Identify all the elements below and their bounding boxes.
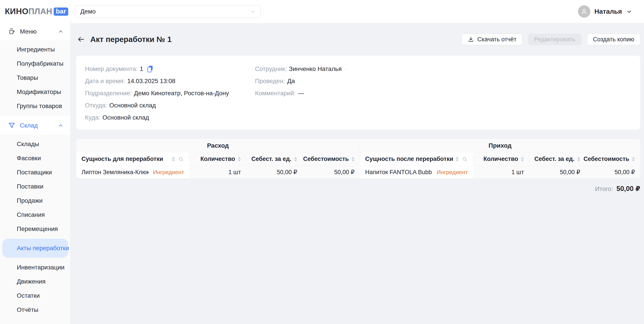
cell-income-unit-cost: 50,00 ₽ xyxy=(529,166,586,178)
posted-value: Да xyxy=(287,75,295,87)
edit-button-label: Редактировать xyxy=(534,36,575,43)
sidebar-section-menu[interactable]: Меню xyxy=(0,23,70,40)
total-value: 50,00 ₽ xyxy=(616,185,640,193)
branch-select[interactable]: Демо xyxy=(75,5,261,18)
cell-expense-qty: 1 шт xyxy=(190,166,246,178)
division-value: Демо Кинотеатр, Ростов-на-Дону xyxy=(134,87,229,99)
sidebar-item-product-groups[interactable]: Группы товаров xyxy=(0,99,70,113)
detail-comment: Комментарий: — xyxy=(255,87,346,99)
from-value: Основной склад xyxy=(109,99,156,111)
col-header-qty-label: Количество xyxy=(484,156,518,162)
chevron-down-icon xyxy=(626,8,632,15)
sidebar-item-processing-acts[interactable]: Акты переработки xyxy=(2,239,68,258)
sidebar-item-ingredients[interactable]: Ингредиенты xyxy=(0,43,70,57)
detail-datetime: Дата и время: 14.03.2025 13:08 xyxy=(85,75,255,87)
sort-icon[interactable] xyxy=(238,157,241,161)
search-icon[interactable] xyxy=(462,156,468,162)
create-copy-button[interactable]: Создать копию xyxy=(587,34,640,45)
group-header-expense: Расход xyxy=(76,139,360,152)
topbar: Демо Наталья xyxy=(71,0,644,23)
sort-icon[interactable] xyxy=(632,157,635,161)
sort-icon[interactable] xyxy=(577,157,580,161)
employee-value: Зинченко Наталья xyxy=(289,63,342,75)
details-right-column: Сотрудник: Зинченко Наталья · Проведен: … xyxy=(255,63,346,124)
employee-label: Сотрудник: xyxy=(255,63,287,75)
cup-icon xyxy=(8,28,16,35)
sidebar-section-menu-label: Меню xyxy=(20,28,37,35)
sidebar-item-sales[interactable]: Продажи xyxy=(0,194,70,208)
sidebar-item-writeoffs[interactable]: Списания xyxy=(0,208,70,222)
detail-to: Куда: Основной склад xyxy=(85,111,255,124)
col-header-income-cost: Себестоимость xyxy=(586,152,640,166)
details-left-column: Номер документа: 1 Дата и время: 14.03.2… xyxy=(85,63,255,124)
col-header-icons xyxy=(172,156,184,162)
detail-division: Подразделение: Демо Кинотеатр, Ростов-на… xyxy=(85,87,255,99)
division-label: Подразделение: xyxy=(85,87,132,99)
comment-value: — xyxy=(298,87,304,99)
detail-from: Откуда: Основной склад xyxy=(85,99,255,111)
cell-income-qty: 1 шт xyxy=(473,166,529,178)
cell-expense-cost: 50,00 ₽ xyxy=(302,166,360,178)
col-header-qty-label: Количество xyxy=(200,156,235,162)
download-report-button[interactable]: Скачать отчёт xyxy=(462,34,522,45)
logo-text-primary: КИНО xyxy=(5,7,28,16)
logo-badge: bar xyxy=(54,8,68,16)
col-header-income-unit-cost: Себест. за ед. xyxy=(529,152,586,166)
sidebar-item-packings[interactable]: Фасовки xyxy=(0,151,70,165)
app-root: КИНОПЛАН bar Меню Ингредиенты Полуфабрик… xyxy=(0,0,644,324)
col-header-unit-cost-label: Себест. за ед. xyxy=(251,156,292,162)
col-header-expense-qty: Количество xyxy=(190,152,246,166)
sidebar-item-suppliers[interactable]: Поставщики xyxy=(0,165,70,179)
copy-icon[interactable] xyxy=(147,65,154,73)
page-actions: Скачать отчёт Редактировать Создать копи… xyxy=(462,34,640,45)
from-label: Откуда: xyxy=(85,99,107,111)
back-arrow-icon[interactable] xyxy=(76,35,86,44)
sidebar-item-semifinished[interactable]: Полуфабрикаты xyxy=(0,57,70,71)
sort-icon[interactable] xyxy=(294,157,297,161)
to-value: Основной склад xyxy=(102,111,149,124)
sidebar-item-supplies[interactable]: Поставки xyxy=(0,179,70,194)
app-logo[interactable]: КИНОПЛАН bar xyxy=(0,0,70,23)
search-icon[interactable] xyxy=(178,156,184,162)
col-header-income-entity: Сущность после переработки xyxy=(360,152,473,166)
col-header-cost-label: Себестоимость xyxy=(584,156,629,162)
cell-income-entity: Напиток FANTOLA Bubble Gu... Ингредиент xyxy=(360,166,473,178)
main-area: Демо Наталья xyxy=(71,0,644,324)
sidebar-item-modifiers[interactable]: Модификаторы xyxy=(0,85,70,99)
sidebar-item-reports[interactable]: Отчёты xyxy=(0,303,70,317)
sidebar-item-transfers[interactable]: Перемещения xyxy=(0,222,70,236)
user-menu[interactable]: Наталья xyxy=(578,5,632,18)
sidebar-item-movements[interactable]: Движения xyxy=(0,274,70,289)
user-name: Наталья xyxy=(594,8,622,15)
income-entity-tag: Ингредиент xyxy=(437,169,468,176)
create-copy-label: Создать копию xyxy=(593,36,634,43)
chevron-up-icon xyxy=(58,29,64,35)
sort-icon[interactable] xyxy=(521,157,524,161)
avatar xyxy=(578,5,590,18)
col-header-expense-unit-cost: Себест. за ед. xyxy=(246,152,302,166)
sidebar-item-inventories[interactable]: Инвентаризации xyxy=(0,260,70,274)
edit-button[interactable]: Редактировать xyxy=(528,34,581,45)
document-details-card: Номер документа: 1 Дата и время: 14.03.2… xyxy=(76,56,640,130)
title-row: Акт переработки № 1 Скачать отчёт Редакт… xyxy=(76,33,640,46)
menu-submenu: Ингредиенты Полуфабрикаты Товары Модифик… xyxy=(0,40,70,116)
detail-doc-number: Номер документа: 1 xyxy=(85,63,255,75)
sort-icon[interactable] xyxy=(352,157,354,161)
sidebar-section-sklad[interactable]: Склад xyxy=(0,116,70,135)
sidebar-item-stocks[interactable]: Остатки xyxy=(0,289,70,303)
expense-entity-tag: Ингредиент xyxy=(153,169,184,176)
col-header-cost-label: Себестоимость xyxy=(303,156,349,162)
sidebar-item-products[interactable]: Товары xyxy=(0,71,70,85)
download-report-label: Скачать отчёт xyxy=(477,36,516,43)
sklad-submenu: Склады Фасовки Поставщики Поставки Прода… xyxy=(0,135,70,324)
branch-select-value: Демо xyxy=(80,8,96,15)
sidebar-item-warehouses[interactable]: Склады xyxy=(0,137,70,151)
processing-table-card: Расход Приход Сущность для переработки К… xyxy=(76,139,640,178)
sort-icon[interactable] xyxy=(172,157,175,161)
datetime-value: 14.03.2025 13:08 xyxy=(127,75,175,87)
col-header-income-entity-label: Сущность после переработки xyxy=(365,156,453,162)
processing-table: Расход Приход Сущность для переработки К… xyxy=(76,139,640,178)
sidebar: КИНОПЛАН bar Меню Ингредиенты Полуфабрик… xyxy=(0,0,71,324)
sort-icon[interactable] xyxy=(456,157,458,161)
page-title: Акт переработки № 1 xyxy=(90,35,172,44)
